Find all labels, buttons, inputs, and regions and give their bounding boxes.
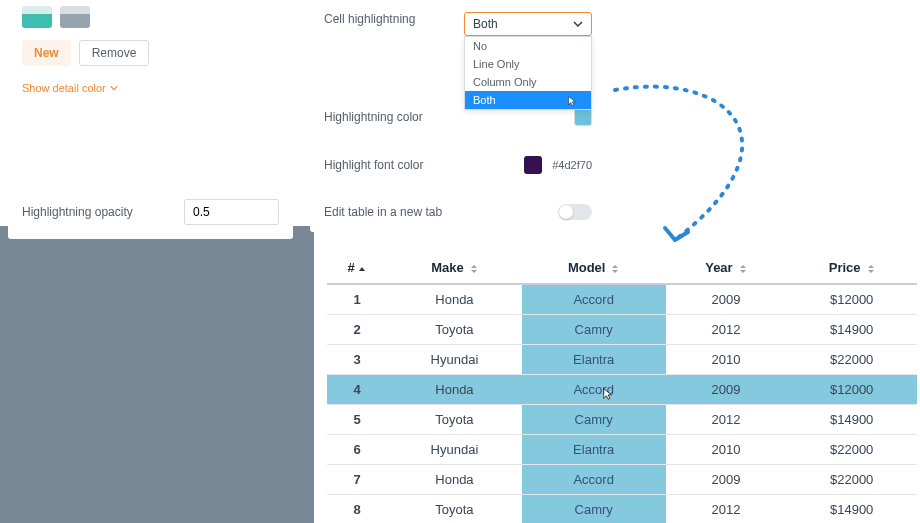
col-header-index[interactable]: # <box>327 252 387 284</box>
cell-n: 1 <box>327 284 387 315</box>
cell-n: 3 <box>327 345 387 375</box>
cell-year: 2009 <box>666 465 787 495</box>
table-row[interactable]: 4HondaAccord2009$12000 <box>327 375 917 405</box>
highlight-settings-panel: Cell highlightning Both No Line Only Col… <box>310 0 606 238</box>
col-header-price[interactable]: Price <box>786 252 917 284</box>
cell-year: 2012 <box>666 315 787 345</box>
cell-year: 2010 <box>666 435 787 465</box>
font-color-setting: Highlight font color #4d2f70 <box>310 144 606 186</box>
font-color-value: #4d2f70 <box>524 156 592 174</box>
cell-highlight-dropdown: No Line Only Column Only Both <box>464 36 592 110</box>
cell-model: Camry <box>522 315 666 345</box>
cell-price: $14900 <box>786 495 917 524</box>
background-panel <box>0 226 314 523</box>
cell-price: $22000 <box>786 465 917 495</box>
cell-n: 7 <box>327 465 387 495</box>
table-row[interactable]: 3HyundaiElantra2010$22000 <box>327 345 917 375</box>
cell-n: 6 <box>327 435 387 465</box>
chevron-down-icon <box>110 84 118 92</box>
col-header-model[interactable]: Model <box>522 252 666 284</box>
cell-model: Elantra <box>522 345 666 375</box>
cell-highlight-label: Cell highlightning <box>324 12 415 26</box>
preview-table: # Make Model Year Price 1HondaAccord2009… <box>327 252 917 523</box>
cell-n: 4 <box>327 375 387 405</box>
dropdown-option-line[interactable]: Line Only <box>465 55 591 73</box>
cell-year: 2010 <box>666 345 787 375</box>
table-body: 1HondaAccord2009$120002ToyotaCamry2012$1… <box>327 284 917 523</box>
cell-make: Honda <box>387 465 522 495</box>
cell-highlight-select[interactable]: Both <box>464 12 592 36</box>
font-color-label: Highlight font color <box>324 158 423 172</box>
edit-tab-toggle[interactable] <box>558 204 592 220</box>
cell-make: Toyota <box>387 405 522 435</box>
cell-n: 5 <box>327 405 387 435</box>
cell-make: Toyota <box>387 495 522 524</box>
cell-year: 2012 <box>666 405 787 435</box>
cell-model: Camry <box>522 405 666 435</box>
sort-icon <box>739 264 747 274</box>
cell-model: Accord <box>522 284 666 315</box>
highlight-color-label: Highlightning color <box>324 110 423 124</box>
cell-model: Elantra <box>522 435 666 465</box>
pointer-arrow <box>605 80 885 260</box>
cell-model: Accord <box>522 465 666 495</box>
cell-model: Accord <box>522 375 666 405</box>
theme-swatch-teal[interactable] <box>22 6 52 28</box>
cell-n: 2 <box>327 315 387 345</box>
cell-make: Hyundai <box>387 435 522 465</box>
table-header-row: # Make Model Year Price <box>327 252 917 284</box>
cell-price: $14900 <box>786 315 917 345</box>
dropdown-option-no[interactable]: No <box>465 37 591 55</box>
highlight-color-value <box>574 108 592 126</box>
new-button[interactable]: New <box>22 40 71 66</box>
edit-tab-setting: Edit table in a new tab <box>310 192 606 232</box>
opacity-label: Highlightning opacity <box>22 205 133 219</box>
cell-price: $12000 <box>786 375 917 405</box>
sort-icon <box>470 264 478 274</box>
cell-highlight-select-wrap: Both No Line Only Column Only Both <box>464 12 592 36</box>
table-row[interactable]: 2ToyotaCamry2012$14900 <box>327 315 917 345</box>
theme-swatches <box>22 0 279 40</box>
sort-asc-icon <box>358 266 366 272</box>
cell-highlight-setting: Cell highlightning Both No Line Only Col… <box>310 0 606 48</box>
select-value: Both <box>473 17 498 31</box>
table-row[interactable]: 5ToyotaCamry2012$14900 <box>327 405 917 435</box>
col-header-year[interactable]: Year <box>666 252 787 284</box>
opacity-input[interactable] <box>184 199 279 225</box>
table-row[interactable]: 8ToyotaCamry2012$14900 <box>327 495 917 524</box>
cell-price: $22000 <box>786 345 917 375</box>
opacity-panel: Highlightning opacity <box>8 185 293 239</box>
cell-make: Honda <box>387 284 522 315</box>
cell-price: $12000 <box>786 284 917 315</box>
cell-price: $14900 <box>786 405 917 435</box>
font-color-hex: #4d2f70 <box>552 159 592 171</box>
remove-button[interactable]: Remove <box>79 40 150 66</box>
chevron-down-icon <box>573 21 583 27</box>
preview-table-wrap: # Make Model Year Price 1HondaAccord2009… <box>327 252 917 523</box>
edit-tab-label: Edit table in a new tab <box>324 205 442 219</box>
table-row[interactable]: 1HondaAccord2009$12000 <box>327 284 917 315</box>
detail-link-label: Show detail color <box>22 82 106 94</box>
table-row[interactable]: 7HondaAccord2009$22000 <box>327 465 917 495</box>
dropdown-option-column[interactable]: Column Only <box>465 73 591 91</box>
cell-make: Honda <box>387 375 522 405</box>
col-header-make[interactable]: Make <box>387 252 522 284</box>
cursor-icon <box>567 95 579 107</box>
cell-make: Hyundai <box>387 345 522 375</box>
sort-icon <box>611 264 619 274</box>
toggle-knob <box>559 205 573 219</box>
table-row[interactable]: 6HyundaiElantra2010$22000 <box>327 435 917 465</box>
cell-year: 2009 <box>666 375 787 405</box>
theme-actions: New Remove <box>22 40 279 66</box>
cell-n: 8 <box>327 495 387 524</box>
sort-icon <box>867 264 875 274</box>
dropdown-option-both[interactable]: Both <box>465 91 591 109</box>
highlight-color-swatch[interactable] <box>574 108 592 126</box>
font-color-swatch[interactable] <box>524 156 542 174</box>
cell-model: Camry <box>522 495 666 524</box>
theme-swatch-gray[interactable] <box>60 6 90 28</box>
show-detail-color-link[interactable]: Show detail color <box>22 82 118 94</box>
cell-year: 2012 <box>666 495 787 524</box>
cell-year: 2009 <box>666 284 787 315</box>
cursor-icon <box>602 387 616 401</box>
